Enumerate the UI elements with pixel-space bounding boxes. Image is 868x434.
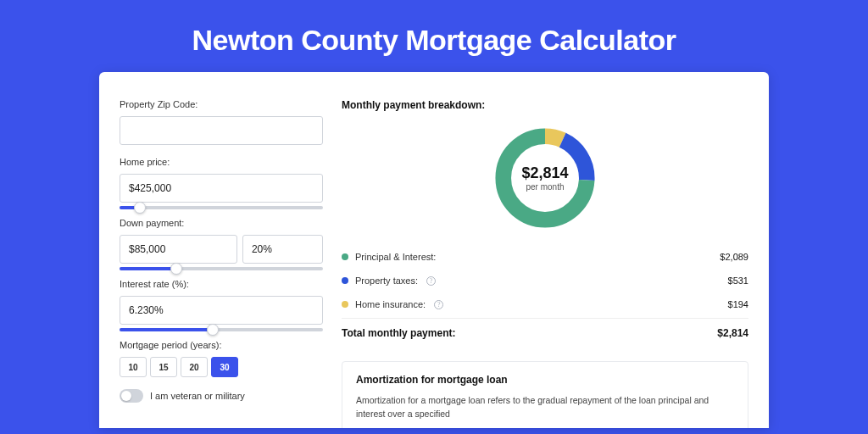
down-payment-group: Down payment:	[120, 218, 323, 270]
veteran-toggle[interactable]	[120, 389, 143, 403]
legend-row-insurance: Home insurance: ? $194	[342, 292, 748, 316]
period-label: Mortgage period (years):	[120, 340, 323, 350]
legend-dot-icon	[342, 301, 348, 308]
interest-rate-label: Interest rate (%):	[120, 279, 323, 289]
info-icon[interactable]: ?	[426, 276, 436, 286]
period-group: Mortgage period (years): 10 15 20 30	[120, 340, 323, 377]
donut-sub: per month	[526, 182, 564, 192]
total-label: Total monthly payment:	[342, 327, 455, 339]
donut-chart: $2,814 per month	[490, 123, 600, 233]
form-column: Property Zip Code: Home price: Down paym…	[120, 99, 323, 428]
zip-label: Property Zip Code:	[120, 99, 323, 109]
total-row: Total monthly payment: $2,814	[342, 318, 748, 348]
amortization-text: Amortization for a mortgage loan refers …	[356, 394, 734, 421]
donut-amount: $2,814	[521, 164, 568, 182]
legend-label: Property taxes:	[355, 275, 418, 286]
legend-value: $531	[728, 275, 748, 286]
veteran-label: I am veteran or military	[150, 391, 245, 401]
slider-thumb[interactable]	[134, 202, 146, 214]
donut-chart-wrap: $2,814 per month	[342, 123, 748, 233]
interest-rate-slider[interactable]	[120, 328, 323, 331]
legend-label: Home insurance:	[355, 299, 426, 309]
home-price-input[interactable]	[120, 174, 323, 203]
slider-thumb[interactable]	[170, 263, 182, 275]
down-payment-percent-input[interactable]	[242, 235, 323, 264]
down-payment-amount-input[interactable]	[120, 235, 237, 264]
legend-dot-icon	[342, 253, 348, 260]
interest-rate-input[interactable]	[120, 296, 323, 325]
zip-field-group: Property Zip Code:	[120, 99, 323, 145]
donut-center: $2,814 per month	[490, 123, 600, 233]
total-value: $2,814	[717, 327, 748, 339]
toggle-knob	[121, 391, 131, 401]
legend-dot-icon	[342, 277, 348, 284]
period-option-10[interactable]: 10	[120, 357, 147, 377]
interest-rate-group: Interest rate (%):	[120, 279, 323, 331]
legend-value: $2,089	[720, 252, 748, 262]
page-title: Newton County Mortgage Calculator	[0, 0, 868, 72]
period-option-30[interactable]: 30	[211, 357, 238, 377]
veteran-row: I am veteran or military	[120, 389, 323, 403]
legend-row-principal: Principal & Interest: $2,089	[342, 245, 748, 269]
amortization-card: Amortization for mortgage loan Amortizat…	[342, 361, 748, 428]
home-price-group: Home price:	[120, 157, 323, 209]
legend-value: $194	[728, 299, 748, 309]
period-options: 10 15 20 30	[120, 357, 323, 377]
home-price-label: Home price:	[120, 157, 323, 167]
amortization-title: Amortization for mortgage loan	[356, 374, 734, 386]
period-option-15[interactable]: 15	[150, 357, 177, 377]
slider-thumb[interactable]	[207, 324, 219, 336]
legend-row-taxes: Property taxes: ? $531	[342, 269, 748, 292]
down-payment-slider[interactable]	[120, 267, 323, 270]
breakdown-title: Monthly payment breakdown:	[342, 99, 748, 111]
down-payment-label: Down payment:	[120, 218, 323, 228]
breakdown-column: Monthly payment breakdown: $2,814 per mo…	[342, 99, 748, 428]
legend-label: Principal & Interest:	[355, 252, 436, 262]
calculator-card: Property Zip Code: Home price: Down paym…	[99, 72, 769, 428]
zip-input[interactable]	[120, 116, 323, 145]
info-icon[interactable]: ?	[434, 300, 443, 309]
period-option-20[interactable]: 20	[181, 357, 208, 377]
home-price-slider[interactable]	[120, 206, 323, 209]
